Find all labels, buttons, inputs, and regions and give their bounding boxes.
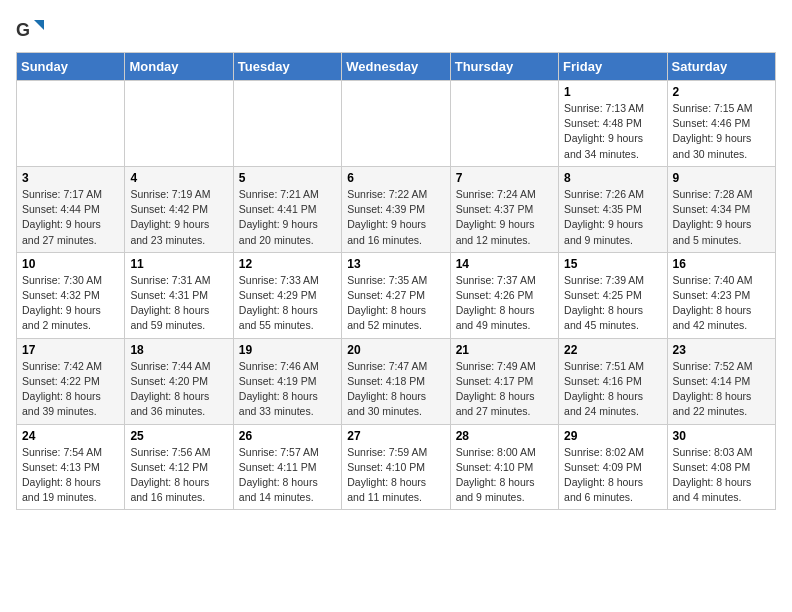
day-number: 28	[456, 429, 553, 443]
calendar-cell: 12Sunrise: 7:33 AMSunset: 4:29 PMDayligh…	[233, 252, 341, 338]
calendar-cell: 11Sunrise: 7:31 AMSunset: 4:31 PMDayligh…	[125, 252, 233, 338]
calendar-cell: 16Sunrise: 7:40 AMSunset: 4:23 PMDayligh…	[667, 252, 775, 338]
calendar-cell: 17Sunrise: 7:42 AMSunset: 4:22 PMDayligh…	[17, 338, 125, 424]
calendar-week-2: 3Sunrise: 7:17 AMSunset: 4:44 PMDaylight…	[17, 166, 776, 252]
weekday-header-row: SundayMondayTuesdayWednesdayThursdayFrid…	[17, 53, 776, 81]
day-info: Sunrise: 7:37 AMSunset: 4:26 PMDaylight:…	[456, 273, 553, 334]
day-info: Sunrise: 7:35 AMSunset: 4:27 PMDaylight:…	[347, 273, 444, 334]
day-number: 13	[347, 257, 444, 271]
calendar-cell: 28Sunrise: 8:00 AMSunset: 4:10 PMDayligh…	[450, 424, 558, 510]
day-number: 27	[347, 429, 444, 443]
day-number: 9	[673, 171, 770, 185]
day-number: 7	[456, 171, 553, 185]
calendar-cell: 3Sunrise: 7:17 AMSunset: 4:44 PMDaylight…	[17, 166, 125, 252]
day-info: Sunrise: 7:15 AMSunset: 4:46 PMDaylight:…	[673, 101, 770, 162]
day-info: Sunrise: 7:30 AMSunset: 4:32 PMDaylight:…	[22, 273, 119, 334]
calendar-cell: 6Sunrise: 7:22 AMSunset: 4:39 PMDaylight…	[342, 166, 450, 252]
day-info: Sunrise: 7:21 AMSunset: 4:41 PMDaylight:…	[239, 187, 336, 248]
calendar-cell: 26Sunrise: 7:57 AMSunset: 4:11 PMDayligh…	[233, 424, 341, 510]
day-info: Sunrise: 7:28 AMSunset: 4:34 PMDaylight:…	[673, 187, 770, 248]
day-info: Sunrise: 7:39 AMSunset: 4:25 PMDaylight:…	[564, 273, 661, 334]
calendar-cell: 1Sunrise: 7:13 AMSunset: 4:48 PMDaylight…	[559, 81, 667, 167]
day-number: 18	[130, 343, 227, 357]
day-number: 24	[22, 429, 119, 443]
day-info: Sunrise: 8:03 AMSunset: 4:08 PMDaylight:…	[673, 445, 770, 506]
day-number: 6	[347, 171, 444, 185]
calendar-cell	[17, 81, 125, 167]
logo: G	[16, 16, 48, 44]
svg-marker-1	[34, 20, 44, 30]
calendar-cell: 19Sunrise: 7:46 AMSunset: 4:19 PMDayligh…	[233, 338, 341, 424]
weekday-header-monday: Monday	[125, 53, 233, 81]
calendar-cell: 8Sunrise: 7:26 AMSunset: 4:35 PMDaylight…	[559, 166, 667, 252]
weekday-header-sunday: Sunday	[17, 53, 125, 81]
calendar-cell: 13Sunrise: 7:35 AMSunset: 4:27 PMDayligh…	[342, 252, 450, 338]
day-number: 14	[456, 257, 553, 271]
svg-text:G: G	[16, 20, 30, 40]
day-number: 26	[239, 429, 336, 443]
day-number: 8	[564, 171, 661, 185]
calendar-cell: 24Sunrise: 7:54 AMSunset: 4:13 PMDayligh…	[17, 424, 125, 510]
day-info: Sunrise: 7:17 AMSunset: 4:44 PMDaylight:…	[22, 187, 119, 248]
day-info: Sunrise: 7:49 AMSunset: 4:17 PMDaylight:…	[456, 359, 553, 420]
calendar-cell	[450, 81, 558, 167]
calendar-cell: 9Sunrise: 7:28 AMSunset: 4:34 PMDaylight…	[667, 166, 775, 252]
day-number: 29	[564, 429, 661, 443]
day-info: Sunrise: 8:02 AMSunset: 4:09 PMDaylight:…	[564, 445, 661, 506]
calendar-cell	[342, 81, 450, 167]
weekday-header-wednesday: Wednesday	[342, 53, 450, 81]
day-info: Sunrise: 7:54 AMSunset: 4:13 PMDaylight:…	[22, 445, 119, 506]
day-info: Sunrise: 7:26 AMSunset: 4:35 PMDaylight:…	[564, 187, 661, 248]
day-number: 1	[564, 85, 661, 99]
day-number: 17	[22, 343, 119, 357]
day-number: 25	[130, 429, 227, 443]
day-info: Sunrise: 7:33 AMSunset: 4:29 PMDaylight:…	[239, 273, 336, 334]
calendar-cell: 23Sunrise: 7:52 AMSunset: 4:14 PMDayligh…	[667, 338, 775, 424]
day-number: 10	[22, 257, 119, 271]
day-info: Sunrise: 7:44 AMSunset: 4:20 PMDaylight:…	[130, 359, 227, 420]
calendar-cell: 14Sunrise: 7:37 AMSunset: 4:26 PMDayligh…	[450, 252, 558, 338]
weekday-header-saturday: Saturday	[667, 53, 775, 81]
day-info: Sunrise: 7:57 AMSunset: 4:11 PMDaylight:…	[239, 445, 336, 506]
calendar-week-4: 17Sunrise: 7:42 AMSunset: 4:22 PMDayligh…	[17, 338, 776, 424]
calendar-table: SundayMondayTuesdayWednesdayThursdayFrid…	[16, 52, 776, 510]
calendar-week-5: 24Sunrise: 7:54 AMSunset: 4:13 PMDayligh…	[17, 424, 776, 510]
weekday-header-friday: Friday	[559, 53, 667, 81]
calendar-cell: 25Sunrise: 7:56 AMSunset: 4:12 PMDayligh…	[125, 424, 233, 510]
day-number: 20	[347, 343, 444, 357]
day-info: Sunrise: 7:19 AMSunset: 4:42 PMDaylight:…	[130, 187, 227, 248]
calendar-cell: 22Sunrise: 7:51 AMSunset: 4:16 PMDayligh…	[559, 338, 667, 424]
day-number: 4	[130, 171, 227, 185]
day-number: 3	[22, 171, 119, 185]
calendar-cell: 29Sunrise: 8:02 AMSunset: 4:09 PMDayligh…	[559, 424, 667, 510]
page-header: G	[16, 16, 776, 44]
calendar-cell: 10Sunrise: 7:30 AMSunset: 4:32 PMDayligh…	[17, 252, 125, 338]
calendar-cell: 7Sunrise: 7:24 AMSunset: 4:37 PMDaylight…	[450, 166, 558, 252]
calendar-cell: 4Sunrise: 7:19 AMSunset: 4:42 PMDaylight…	[125, 166, 233, 252]
calendar-cell	[233, 81, 341, 167]
day-info: Sunrise: 7:51 AMSunset: 4:16 PMDaylight:…	[564, 359, 661, 420]
day-number: 23	[673, 343, 770, 357]
logo-icon: G	[16, 16, 44, 44]
day-number: 30	[673, 429, 770, 443]
day-info: Sunrise: 7:47 AMSunset: 4:18 PMDaylight:…	[347, 359, 444, 420]
day-info: Sunrise: 7:42 AMSunset: 4:22 PMDaylight:…	[22, 359, 119, 420]
calendar-cell: 5Sunrise: 7:21 AMSunset: 4:41 PMDaylight…	[233, 166, 341, 252]
day-info: Sunrise: 7:22 AMSunset: 4:39 PMDaylight:…	[347, 187, 444, 248]
calendar-cell	[125, 81, 233, 167]
calendar-cell: 27Sunrise: 7:59 AMSunset: 4:10 PMDayligh…	[342, 424, 450, 510]
calendar-cell: 18Sunrise: 7:44 AMSunset: 4:20 PMDayligh…	[125, 338, 233, 424]
day-info: Sunrise: 7:40 AMSunset: 4:23 PMDaylight:…	[673, 273, 770, 334]
day-number: 5	[239, 171, 336, 185]
calendar-week-1: 1Sunrise: 7:13 AMSunset: 4:48 PMDaylight…	[17, 81, 776, 167]
calendar-cell: 30Sunrise: 8:03 AMSunset: 4:08 PMDayligh…	[667, 424, 775, 510]
calendar-week-3: 10Sunrise: 7:30 AMSunset: 4:32 PMDayligh…	[17, 252, 776, 338]
calendar-cell: 15Sunrise: 7:39 AMSunset: 4:25 PMDayligh…	[559, 252, 667, 338]
weekday-header-thursday: Thursday	[450, 53, 558, 81]
day-info: Sunrise: 7:59 AMSunset: 4:10 PMDaylight:…	[347, 445, 444, 506]
day-info: Sunrise: 7:56 AMSunset: 4:12 PMDaylight:…	[130, 445, 227, 506]
weekday-header-tuesday: Tuesday	[233, 53, 341, 81]
calendar-cell: 2Sunrise: 7:15 AMSunset: 4:46 PMDaylight…	[667, 81, 775, 167]
day-number: 16	[673, 257, 770, 271]
day-number: 2	[673, 85, 770, 99]
